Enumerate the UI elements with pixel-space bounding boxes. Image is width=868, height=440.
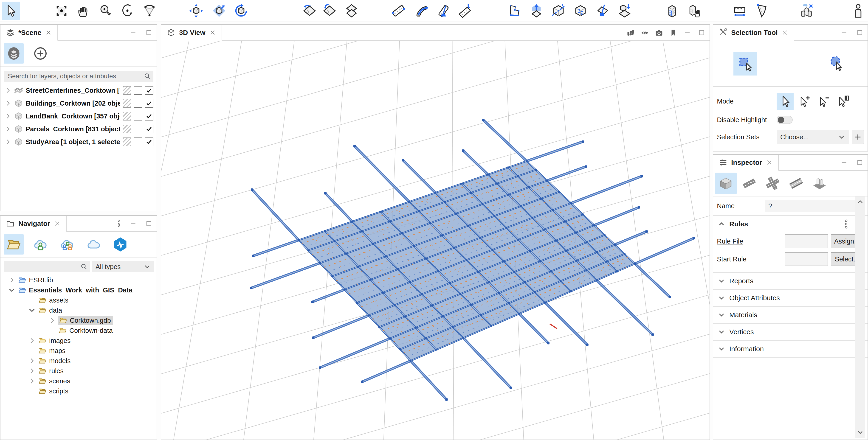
bookmark-icon[interactable] (669, 29, 677, 37)
information-section-header[interactable]: Information (713, 341, 868, 357)
layer-visible-checkbox[interactable] (145, 86, 153, 95)
mode-add-selection-button[interactable] (796, 93, 813, 110)
mode-invert-selection-button[interactable] (835, 93, 851, 110)
maximize-icon[interactable] (145, 220, 153, 228)
tab-inspector[interactable]: Inspector (713, 155, 779, 171)
tree-item-images[interactable]: images (0, 336, 157, 346)
align-terrain-button[interactable] (300, 2, 319, 20)
layer-visible-checkbox[interactable] (145, 125, 153, 133)
selection-sets-dropdown[interactable]: Choose... (777, 130, 849, 144)
layer-visible-checkbox[interactable] (145, 112, 153, 121)
layer-lock-checkbox[interactable] (134, 99, 143, 108)
layer-color-swatch[interactable] (123, 125, 131, 133)
create-shape-button[interactable] (505, 2, 524, 20)
close-icon[interactable] (209, 29, 216, 36)
object-filter-segments-button[interactable] (739, 172, 760, 194)
3d-viewport-canvas[interactable] (161, 41, 710, 440)
layer-visibility-icon[interactable] (626, 29, 635, 37)
align-shapes-terrain-button[interactable] (615, 2, 634, 20)
tree-item-scripts[interactable]: scripts (0, 386, 157, 396)
search-icon[interactable] (144, 72, 151, 80)
minimize-icon[interactable] (129, 29, 137, 37)
generate-models-button[interactable] (663, 2, 681, 20)
name-field[interactable] (765, 200, 859, 212)
inspector-scrollbar[interactable] (855, 196, 865, 438)
tab-selection-tool[interactable]: Selection Tool (713, 25, 794, 41)
scale-button[interactable] (210, 2, 228, 20)
align-graph-terrain-button[interactable] (456, 2, 475, 20)
tree-item-esri-lib[interactable]: ESRI.lib (0, 275, 157, 285)
first-person-view-button[interactable] (849, 2, 867, 20)
environment-settings-button[interactable] (797, 2, 815, 20)
tree-item-essentials[interactable]: Essentials_Work_with_GIS_Data (0, 285, 157, 295)
mode-new-selection-button[interactable] (777, 93, 794, 110)
rectangle-select-button[interactable] (734, 52, 757, 75)
layer-row-studyarea[interactable]: StudyArea [1 object, 1 selected] (0, 135, 157, 148)
layer-row-parcels[interactable]: Parcels_Corktown [831 objects, 8 (0, 123, 157, 135)
tree-item-data[interactable]: data (0, 305, 157, 315)
chevron-right-icon[interactable] (5, 126, 11, 132)
layer-row-buildings[interactable]: Buildings_Corktown [202 object (0, 97, 157, 110)
object-filter-shapes-button[interactable] (809, 172, 830, 194)
tumble-button[interactable] (118, 2, 136, 20)
rotate-button[interactable] (232, 2, 250, 20)
chevron-right-icon[interactable] (28, 367, 36, 375)
close-icon[interactable] (781, 29, 788, 36)
tab-scene[interactable]: *Scene (0, 25, 58, 41)
layer-row-landbank[interactable]: LandBank_Corktown [357 object (0, 110, 157, 123)
layer-color-swatch[interactable] (123, 112, 131, 121)
tree-item-rules[interactable]: rules (0, 366, 157, 376)
texture-shape-button[interactable] (571, 2, 590, 20)
view-settings-eye-icon[interactable] (641, 29, 649, 37)
layer-lock-checkbox[interactable] (134, 137, 143, 146)
disable-highlight-toggle[interactable] (777, 116, 793, 124)
maximize-icon[interactable] (856, 159, 864, 167)
minimize-icon[interactable] (840, 29, 848, 37)
zoom-frame-button[interactable] (52, 2, 71, 20)
layer-color-swatch[interactable] (123, 86, 131, 95)
close-icon[interactable] (45, 29, 52, 36)
tree-item-models[interactable]: models (0, 356, 157, 366)
layer-lock-checkbox[interactable] (134, 112, 143, 121)
select-tool-button[interactable] (2, 2, 20, 20)
public-content-button[interactable] (84, 234, 104, 255)
layer-color-swatch[interactable] (123, 99, 131, 108)
groups-button[interactable] (57, 234, 77, 255)
minimize-icon[interactable] (683, 29, 692, 37)
zoom-button[interactable] (96, 2, 115, 20)
kebab-menu-icon[interactable] (117, 220, 122, 228)
scene-search-input[interactable] (7, 72, 142, 80)
terrain-layers-button[interactable] (342, 2, 361, 20)
rule-file-field[interactable] (785, 234, 828, 248)
layer-manager-button[interactable] (4, 43, 24, 64)
add-selection-set-button[interactable] (852, 130, 864, 144)
select-model-button[interactable] (685, 2, 703, 20)
chevron-right-icon[interactable] (8, 276, 16, 284)
minimize-icon[interactable] (840, 159, 848, 167)
scroll-down-icon[interactable] (857, 429, 864, 436)
object-filter-crossings-button[interactable] (762, 172, 783, 194)
workspace-button[interactable] (4, 234, 24, 255)
materials-section-header[interactable]: Materials (713, 307, 868, 323)
tab-navigator[interactable]: Navigator (0, 216, 67, 232)
mode-subtract-selection-button[interactable] (815, 93, 832, 110)
kebab-menu-icon[interactable] (843, 219, 849, 229)
extrude-shape-button[interactable] (527, 2, 546, 20)
tab-3d-view[interactable]: 3D View (161, 25, 222, 41)
layer-lock-checkbox[interactable] (134, 86, 143, 95)
chevron-right-icon[interactable] (5, 138, 11, 145)
layer-color-swatch[interactable] (123, 137, 131, 146)
tree-item-maps[interactable]: maps (0, 346, 157, 356)
chevron-right-icon[interactable] (5, 113, 11, 120)
look-around-button[interactable] (140, 2, 159, 20)
chevron-down-icon[interactable] (8, 286, 16, 294)
object-filter-all-button[interactable] (715, 172, 737, 194)
reports-section-header[interactable]: Reports (713, 273, 868, 289)
minimize-icon[interactable] (129, 220, 137, 228)
split-shape-button[interactable] (549, 2, 568, 20)
search-icon[interactable] (81, 263, 88, 271)
tree-item-corktown-data[interactable]: Corktown-data (0, 325, 157, 336)
type-filter-dropdown[interactable]: All types (92, 261, 154, 272)
chevron-right-icon[interactable] (28, 337, 36, 345)
maximize-icon[interactable] (856, 29, 864, 37)
